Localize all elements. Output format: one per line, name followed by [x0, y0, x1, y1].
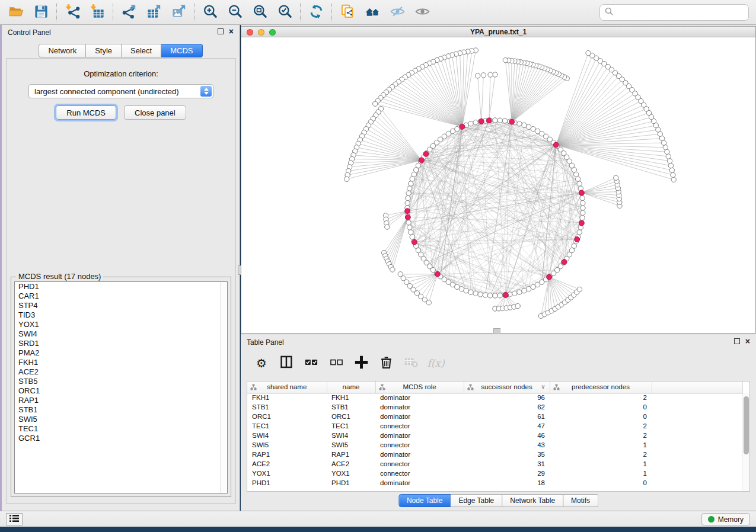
import-network-button[interactable] [60, 2, 85, 23]
table-row[interactable]: TEC1TEC1connector472 [247, 421, 743, 431]
cell-shared-name[interactable]: STB1 [247, 402, 327, 412]
minimize-window-icon[interactable] [258, 29, 264, 36]
mcds-result-item[interactable]: STB1 [15, 405, 227, 415]
tab-mcds[interactable]: MCDS [161, 44, 202, 57]
cell-successor-nodes[interactable]: 43 [464, 440, 550, 450]
first-neighbors-button[interactable] [360, 2, 385, 23]
search-box[interactable] [599, 4, 749, 21]
toggle-columns-button[interactable] [275, 352, 298, 374]
save-session-button[interactable] [28, 2, 53, 23]
close-panel-icon[interactable]: × [229, 28, 234, 34]
show-all-button[interactable] [410, 2, 435, 23]
cell-shared-name[interactable]: SWI5 [247, 440, 327, 450]
cell-successor-nodes[interactable]: 61 [464, 412, 550, 421]
cell-shared-name[interactable]: RAP1 [247, 450, 327, 459]
mcds-result-item[interactable]: ACE2 [15, 367, 227, 377]
cell-shared-name[interactable]: TEC1 [247, 421, 327, 431]
mcds-result-item[interactable]: TID3 [15, 310, 227, 320]
tab-node-table[interactable]: Node Table [398, 494, 451, 507]
table-row[interactable]: STB1STB1dominator620 [247, 402, 743, 412]
cell-predecessor-nodes[interactable]: 2 [550, 450, 652, 459]
cell-MCDS-role[interactable]: dominator [375, 402, 464, 412]
cell-predecessor-nodes[interactable]: 2 [550, 393, 652, 402]
cell-MCDS-role[interactable]: dominator [375, 431, 464, 440]
tab-network[interactable]: Network [39, 44, 86, 57]
mcds-result-item[interactable]: STP4 [15, 301, 227, 310]
float-table-panel-icon[interactable] [734, 338, 740, 344]
export-network-button[interactable] [116, 2, 141, 23]
search-input[interactable] [617, 8, 744, 17]
mcds-result-item[interactable]: CAR1 [15, 291, 227, 301]
network-window-titlebar[interactable]: YPA_prune.txt_1 [241, 27, 755, 37]
table-scrollbar-thumb[interactable] [744, 396, 749, 454]
cell-successor-nodes[interactable]: 35 [464, 450, 550, 459]
cell-name[interactable]: PHD1 [327, 478, 375, 488]
run-mcds-button[interactable]: Run MCDS [56, 105, 116, 120]
cell-successor-nodes[interactable]: 31 [464, 459, 550, 469]
cell-name[interactable]: FKH1 [327, 393, 375, 402]
cell-shared-name[interactable]: FKH1 [247, 393, 327, 402]
mcds-result-item[interactable]: RAP1 [15, 396, 227, 405]
zoom-out-button[interactable] [222, 2, 247, 23]
refresh-view-button[interactable] [304, 2, 328, 23]
table-scrollbar[interactable] [742, 393, 749, 491]
column-header-shared-name[interactable]: shared name [247, 382, 327, 393]
cell-MCDS-role[interactable]: connector [375, 421, 464, 431]
mcds-result-item[interactable]: TEC1 [15, 424, 227, 434]
cell-name[interactable]: SWI5 [327, 440, 375, 450]
delete-column-button[interactable] [375, 352, 397, 374]
cell-name[interactable]: ACE2 [327, 459, 375, 469]
cell-name[interactable]: STB1 [327, 402, 375, 412]
export-table-button[interactable] [141, 2, 166, 23]
column-header-predecessor-nodes[interactable]: predecessor nodes [550, 382, 652, 393]
new-network-from-selection-button[interactable] [335, 2, 360, 23]
mcds-result-item[interactable]: SWI5 [15, 415, 227, 424]
mcds-result-item[interactable]: ORC1 [15, 386, 227, 396]
cell-shared-name[interactable]: PHD1 [247, 478, 327, 488]
export-image-button[interactable] [166, 2, 191, 23]
column-header-MCDS-role[interactable]: MCDS role [375, 382, 464, 393]
cell-successor-nodes[interactable]: 46 [464, 431, 550, 440]
mcds-result-item[interactable]: PMA2 [15, 348, 227, 358]
table-row[interactable]: ACE2ACE2connector311 [247, 459, 743, 469]
cell-shared-name[interactable]: SWI4 [247, 431, 327, 440]
cell-shared-name[interactable]: YOX1 [247, 469, 327, 478]
tab-style[interactable]: Style [86, 44, 122, 57]
table-row[interactable]: FKH1FKH1dominator962 [247, 393, 743, 402]
tab-edge-table[interactable]: Edge Table [451, 494, 502, 507]
open-file-button[interactable] [4, 2, 28, 23]
add-column-button[interactable] [350, 352, 372, 374]
cell-name[interactable]: RAP1 [327, 450, 375, 459]
cell-MCDS-role[interactable]: connector [375, 440, 464, 450]
cell-MCDS-role[interactable]: dominator [375, 478, 464, 488]
table-row[interactable]: ORC1ORC1dominator610 [247, 412, 743, 421]
column-settings-button[interactable]: ⚙ [250, 352, 273, 374]
cell-successor-nodes[interactable]: 18 [464, 478, 550, 488]
split-pane-grip[interactable] [493, 328, 500, 334]
column-header-successor-nodes[interactable]: successor nodes∨ [464, 382, 550, 393]
criterion-dropdown[interactable]: largest connected component (undirected) [28, 84, 213, 98]
select-all-rows-button[interactable] [300, 352, 323, 374]
close-table-panel-icon[interactable]: × [745, 338, 750, 344]
zoom-fit-button[interactable] [247, 2, 272, 23]
cell-predecessor-nodes[interactable]: 1 [550, 459, 652, 469]
column-header-name[interactable]: name [327, 382, 375, 393]
mcds-result-item[interactable]: GCR1 [15, 434, 227, 443]
cell-name[interactable]: TEC1 [327, 421, 375, 431]
table-row[interactable]: YOX1YOX1connector291 [247, 469, 743, 478]
memory-button[interactable]: Memory [701, 513, 750, 525]
cell-successor-nodes[interactable]: 29 [464, 469, 550, 478]
mcds-result-item[interactable]: FKH1 [15, 358, 227, 367]
cell-predecessor-nodes[interactable]: 0 [550, 402, 652, 412]
cell-successor-nodes[interactable]: 96 [464, 393, 550, 402]
tab-select[interactable]: Select [122, 44, 161, 57]
mcds-result-item[interactable]: PHD1 [15, 282, 227, 291]
mcds-result-item[interactable]: STB5 [15, 377, 227, 386]
cell-predecessor-nodes[interactable]: 2 [550, 431, 652, 440]
cell-predecessor-nodes[interactable]: 0 [550, 412, 652, 421]
mcds-result-item[interactable]: YOX1 [15, 320, 227, 329]
maximize-window-icon[interactable] [269, 29, 276, 36]
tab-motifs[interactable]: Motifs [563, 494, 598, 507]
cell-shared-name[interactable]: ACE2 [247, 459, 327, 469]
table-row[interactable]: SWI4SWI4dominator462 [247, 431, 743, 440]
